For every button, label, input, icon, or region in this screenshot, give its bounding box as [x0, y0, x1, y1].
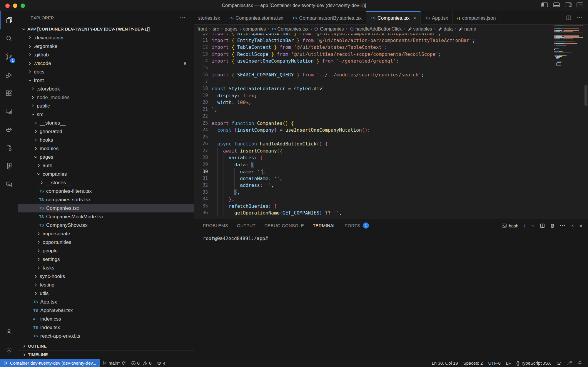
- eol-item[interactable]: LF: [503, 359, 514, 367]
- breadcrumb-item-data[interactable]: data: [438, 26, 453, 32]
- breadcrumb-item-companies-tsx[interactable]: TSCompanies.tsx: [272, 26, 309, 32]
- close-panel-icon[interactable]: ×: [579, 222, 583, 229]
- tree-item-utils[interactable]: utils: [18, 289, 194, 298]
- tree-item-github[interactable]: .github: [18, 51, 194, 59]
- panel-tab-debug-console[interactable]: DEBUG CONSOLE: [264, 219, 304, 232]
- tree-item-stories[interactable]: __stories__: [18, 119, 194, 127]
- settings-gear-icon[interactable]: [0, 341, 18, 359]
- indentation-item[interactable]: Spaces: 2: [461, 359, 486, 367]
- tree-item-node-modules[interactable]: node_modules: [18, 93, 194, 102]
- customize-layout-icon[interactable]: [577, 2, 583, 7]
- code-editor[interactable]: 10import { WithTopBarContainer } from '@…: [194, 33, 588, 219]
- close-window-button[interactable]: [5, 4, 10, 8]
- tab-companies-tsx[interactable]: TSCompanies.tsx×: [366, 11, 421, 25]
- docker-icon[interactable]: [0, 120, 18, 139]
- editor-scrollbar[interactable]: [584, 85, 587, 106]
- accounts-icon[interactable]: [0, 322, 18, 341]
- tree-item-public[interactable]: public: [18, 102, 194, 110]
- outline-section-header[interactable]: OUTLINE: [18, 342, 194, 350]
- tree-item-modules[interactable]: modules: [18, 144, 194, 153]
- extensions-icon[interactable]: [0, 84, 18, 102]
- split-editor-icon[interactable]: [566, 15, 572, 21]
- explorer-more-actions-icon[interactable]: ···: [179, 15, 186, 21]
- tree-item-appnavbar-tsx[interactable]: TSAppNavbar.tsx: [18, 306, 194, 315]
- maximize-panel-icon[interactable]: [570, 224, 574, 228]
- breadcrumb-item-front[interactable]: front: [198, 26, 207, 32]
- source-control-icon[interactable]: 1: [0, 48, 18, 66]
- breadcrumb-item-src[interactable]: src: [213, 26, 219, 32]
- ports-item[interactable]: 4: [154, 359, 168, 367]
- run-debug-icon[interactable]: [0, 66, 18, 84]
- tree-item-tasks[interactable]: tasks: [18, 264, 194, 272]
- tree-item-generated[interactable]: generated: [18, 127, 194, 136]
- notifications-bell-icon[interactable]: [575, 359, 585, 367]
- tree-item-people[interactable]: people: [18, 247, 194, 255]
- tree-item-ergomake[interactable]: .ergomake: [18, 42, 194, 51]
- dev-container-icon[interactable]: [0, 139, 18, 157]
- tree-item-react-app-env-d-ts[interactable]: TSreact-app-env.d.ts: [18, 332, 194, 340]
- tree-item-opportunities[interactable]: opportunities: [18, 238, 194, 247]
- encoding-item[interactable]: UTF-8: [485, 359, 503, 367]
- tree-item-pages[interactable]: pages: [18, 153, 194, 161]
- feedback-icon[interactable]: [564, 359, 575, 367]
- breadcrumb-item-variables[interactable]: variables: [407, 26, 432, 32]
- language-mode-item[interactable]: {} TypeScript JSX: [514, 359, 554, 367]
- tree-item-companiesmockmode-tsx[interactable]: TSCompaniesMockMode.tsx: [18, 212, 194, 221]
- terminal-dropdown-icon[interactable]: [531, 224, 535, 228]
- remote-explorer-icon[interactable]: [0, 102, 18, 120]
- comments-icon[interactable]: [0, 175, 18, 193]
- tree-item-sync-hooks[interactable]: sync-hooks: [18, 272, 194, 281]
- tree-item-companies-filters-tsx[interactable]: TScompanies-filters.tsx: [18, 187, 194, 195]
- tree-item-storybook[interactable]: .storybook: [18, 85, 194, 93]
- tree-item-companies-tsx[interactable]: TSCompanies.tsx: [18, 204, 194, 212]
- tree-item-src[interactable]: src: [18, 110, 194, 119]
- tab-app-tsx[interactable]: TSApp.tsx: [421, 11, 453, 25]
- panel-tab-problems[interactable]: PROBLEMS: [203, 219, 228, 232]
- breadcrumb-item-companies[interactable]: companies: [243, 26, 266, 32]
- tree-item-companyshow-tsx[interactable]: TSCompanyShow.tsx: [18, 221, 194, 229]
- tree-item-companies[interactable]: companies: [18, 170, 194, 178]
- tree-item-docs[interactable]: docs: [18, 68, 194, 76]
- copilot-icon[interactable]: [554, 359, 564, 367]
- problems-item[interactable]: 0 0: [128, 359, 154, 367]
- tree-item-devcontainer[interactable]: .devcontainer: [18, 33, 194, 42]
- breadcrumb-item-companies[interactable]: Companies: [314, 26, 344, 32]
- timeline-section-header[interactable]: TIMELINE: [18, 350, 194, 359]
- cursor-position-item[interactable]: Ln 30, Col 19: [429, 359, 460, 367]
- tree-item-vscode[interactable]: .vscode: [18, 59, 194, 68]
- tab-companies-stories-tsx[interactable]: TSCompanies.stories.tsx: [224, 11, 288, 25]
- new-terminal-icon[interactable]: +: [523, 223, 527, 229]
- tree-item-companies-sorts-tsx[interactable]: TScompanies-sorts.tsx: [18, 195, 194, 204]
- split-terminal-icon[interactable]: [540, 223, 545, 228]
- tab-companies-json[interactable]: {}companies.json: [453, 11, 500, 25]
- toggle-sidebar-left-icon[interactable]: [541, 2, 548, 7]
- kill-terminal-icon[interactable]: [550, 223, 555, 228]
- tree-item-index-css[interactable]: #index.css: [18, 315, 194, 323]
- panel-tab-terminal[interactable]: TERMINAL: [313, 219, 336, 232]
- tree-item-front[interactable]: front: [18, 76, 194, 85]
- minimap[interactable]: [554, 25, 583, 68]
- remote-indicator[interactable]: Container dev-twenty-dev (dev-twenty-dev…: [0, 359, 100, 367]
- breadcrumb-item-name[interactable]: name: [458, 26, 476, 32]
- tree-item-impersonate[interactable]: impersonate: [18, 229, 194, 238]
- tree-item-stories[interactable]: __stories__: [18, 178, 194, 187]
- tree-item-testing[interactable]: testing: [18, 281, 194, 289]
- search-icon[interactable]: [0, 29, 18, 48]
- minimize-window-button[interactable]: [13, 4, 17, 8]
- panel-tab-ports[interactable]: PORTS1: [345, 219, 369, 232]
- more-actions-icon[interactable]: ···: [577, 15, 583, 21]
- close-tab-icon[interactable]: ×: [413, 15, 416, 21]
- tab-stories-tsx[interactable]: stories.tsx: [194, 11, 224, 25]
- workspace-section-header[interactable]: APP [CONTAINER DEV-TWENTY-DEV (DEV-TWENT…: [18, 25, 194, 33]
- terminal-profile[interactable]: bash: [502, 223, 519, 228]
- tree-item-app-tsx[interactable]: TSApp.tsx: [18, 298, 194, 306]
- tree-item-auth[interactable]: auth: [18, 161, 194, 170]
- git-branch-item[interactable]: main*: [100, 359, 128, 367]
- panel-tab-output[interactable]: OUTPUT: [237, 219, 255, 232]
- tree-item-settings[interactable]: settings: [18, 255, 194, 264]
- terminal-output[interactable]: root@0a42ecd84891:/app#: [194, 232, 588, 359]
- zoom-window-button[interactable]: [21, 4, 25, 8]
- figma-icon[interactable]: [0, 157, 18, 175]
- toggle-panel-icon[interactable]: [553, 2, 560, 7]
- tab-companies-sortby-stories-tsx[interactable]: TSCompanies.sortBy.stories.tsx: [288, 11, 366, 25]
